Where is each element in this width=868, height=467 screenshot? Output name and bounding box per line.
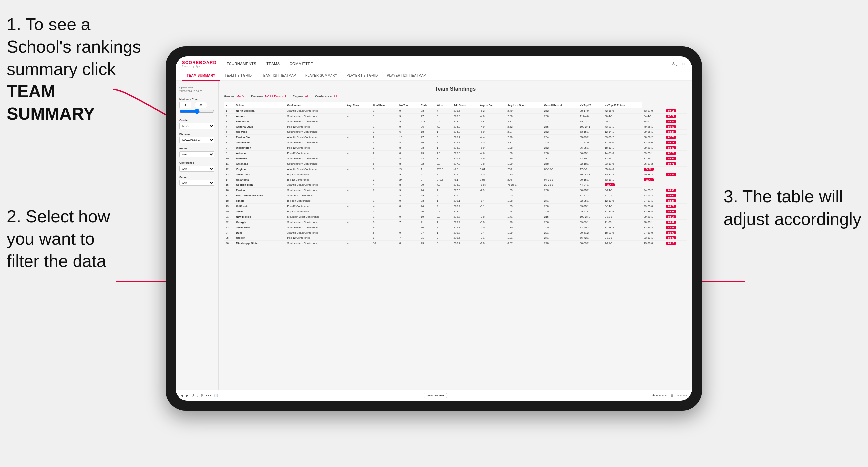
cell-school[interactable]: Ole Miss [235, 129, 286, 135]
cell-school[interactable]: Oregon [235, 236, 286, 241]
nav-tournaments[interactable]: TOURNAMENTS [226, 62, 256, 66]
cell-school[interactable]: Vanderbilt [235, 119, 286, 124]
grid-icon[interactable]: ⊞ [671, 394, 673, 398]
cell-score: 83.49 [664, 146, 687, 151]
sub-nav-team-summary[interactable]: TEAM SUMMARY [182, 71, 220, 81]
cell-school[interactable]: California [235, 204, 286, 209]
conference-select[interactable]: (All) [180, 165, 214, 172]
watch-btn[interactable]: 👁 Watch ▼ [652, 394, 667, 397]
cell-data: – [345, 236, 371, 241]
cell-school[interactable]: Arizona [235, 151, 286, 156]
sign-out-link[interactable]: Sign out [672, 62, 685, 66]
cell-conference: Southeastern Conference [286, 241, 345, 246]
sub-nav-player-h2h-grid[interactable]: PLAYER H2H GRID [342, 71, 382, 81]
sub-nav-team-h2h-heatmap[interactable]: TEAM H2H HEATMAP [256, 71, 301, 81]
cell-data: – [345, 124, 371, 129]
cell-school[interactable]: Tennessee [235, 140, 286, 146]
cell-school[interactable]: Alabama [235, 156, 286, 161]
col-conf-rank: Conf Rank [371, 102, 398, 108]
sub-nav-team-h2h-grid[interactable]: TEAM H2H GRID [220, 71, 256, 81]
cell-data: 1.53 [506, 204, 542, 209]
division-select[interactable]: NCAA Division I [180, 137, 214, 143]
table-row: 25OregonPac-12 Conference–97210279.5-3.1… [224, 236, 687, 241]
cell-school[interactable]: Texas Tech [235, 172, 286, 177]
cell-data: 1.44 [506, 209, 542, 214]
cell-data: – [345, 140, 371, 146]
cell-data: 1 [435, 146, 452, 151]
min-rou-min-input[interactable] [180, 102, 191, 108]
region-select[interactable]: N/A [180, 151, 214, 157]
cell-data: 4-21-0 [603, 241, 642, 246]
more[interactable]: • • • [206, 394, 211, 398]
cell-school[interactable]: Georgia Tech [235, 183, 286, 188]
table-row: 3VanderbiltSoutheastern Conference–25271… [224, 119, 687, 124]
cell-school[interactable]: Washington [235, 146, 286, 151]
copy[interactable]: ⎘ [202, 394, 203, 398]
cell-rank: 26 [224, 241, 235, 246]
nav-back[interactable]: ◀ [181, 394, 183, 398]
cell-data: 30-15-1 [578, 177, 603, 183]
cell-school[interactable]: Arizona State [235, 124, 286, 129]
cell-data: -5.0 [478, 129, 506, 135]
cell-data: 8 [398, 161, 419, 166]
cell-school[interactable]: East Tennessee State [235, 193, 286, 198]
cell-conference: Southeastern Conference [286, 140, 345, 146]
cell-school[interactable]: Mississippi State [235, 241, 286, 246]
cell-score: 88.42 [664, 225, 687, 230]
cell-school[interactable]: Duke [235, 230, 286, 236]
cell-score: 85.58 [664, 124, 687, 129]
reload[interactable]: ↺ [191, 394, 194, 398]
filter-division: Division: NCAA Division I [251, 95, 286, 98]
cell-school[interactable]: Georgia [235, 220, 286, 225]
cell-data: 3.8 [435, 161, 452, 166]
cell-data: 258 [543, 188, 578, 193]
cell-school[interactable]: Illinois [235, 198, 286, 204]
cell-school[interactable]: New Mexico [235, 214, 286, 220]
cell-data: 16 [419, 140, 435, 146]
cell-school[interactable]: Texas A&M [235, 225, 286, 230]
school-select[interactable]: (All) [180, 180, 214, 186]
cell-school[interactable]: North Carolina [235, 108, 286, 114]
sidebar-school: School (All) [180, 176, 214, 186]
cell-school[interactable]: Oklahoma [235, 177, 286, 183]
cell-school[interactable]: Texas [235, 209, 286, 214]
cell-school[interactable]: Arkansas [235, 161, 286, 166]
gender-select[interactable]: Men's [180, 123, 214, 129]
home[interactable]: ⌂ [197, 394, 199, 398]
table-row: 11ArkansasSoutheastern Conference–68223.… [224, 161, 687, 166]
cell-school[interactable]: Florida [235, 188, 286, 193]
cell-data: 31-29-1 [642, 156, 664, 161]
view-original-btn[interactable]: View: Original [424, 393, 447, 398]
sub-nav-player-summary[interactable]: PLAYER SUMMARY [301, 71, 342, 81]
cell-school[interactable]: Auburn [235, 114, 286, 119]
cell-school[interactable]: Florida State [235, 135, 286, 140]
cell-data: 59-41-4 [578, 209, 603, 214]
cell-data: 23 [419, 241, 435, 246]
bottom-bar: ◀ ▶ ↺ ⌂ ⎘ • • • 🕐 View: Original 👁 Watch… [176, 390, 692, 401]
cell-school[interactable]: Virginia [235, 166, 286, 172]
cell-data: 54-4-0 [642, 114, 664, 119]
nav-committee[interactable]: COMMITTEE [290, 62, 313, 66]
cell-data: 276.9 [452, 156, 478, 161]
nav-teams[interactable]: TEAMS [266, 62, 280, 66]
cell-conference: Pac-12 Conference [286, 124, 345, 129]
cell-conference: Southeastern Conference [286, 188, 345, 193]
cell-data: 1.30 [506, 225, 542, 230]
sub-nav: TEAM SUMMARY TEAM H2H GRID TEAM H2H HEAT… [176, 71, 692, 81]
min-rou-slider[interactable] [180, 108, 214, 114]
cell-data: – [345, 161, 371, 166]
share-btn[interactable]: ↗ Share [677, 394, 687, 397]
cell-data: 215 [543, 214, 578, 220]
cell-data: 1 [371, 124, 398, 129]
min-rou-max-input[interactable] [195, 102, 207, 108]
cell-score: 84.02 [642, 166, 664, 172]
filter-gender: Gender: Men's [224, 95, 244, 98]
cell-data: -0.7 [478, 209, 506, 214]
nav-forward[interactable]: ▶ [186, 394, 189, 398]
sub-nav-player-h2h-heatmap[interactable]: PLAYER H2H HEATMAP [382, 71, 430, 81]
table-row: 13Texas TechBig 12 Conference–19272279.0… [224, 172, 687, 177]
table-row: 2AuburnSoutheastern Conference–19276273.… [224, 114, 687, 119]
cell-score: 80.71 [664, 161, 687, 166]
main-content: Update time: 27/03/2024 16:56:26 Minimum… [176, 81, 692, 390]
cell-rank: 15 [224, 183, 235, 188]
